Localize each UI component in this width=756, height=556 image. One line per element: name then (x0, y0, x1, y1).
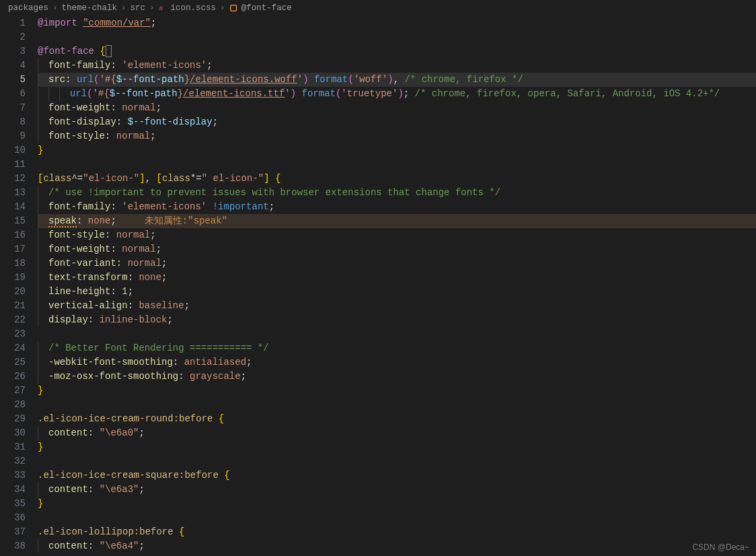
chevron-right-icon: › (52, 3, 58, 13)
code-line[interactable]: font-display: $--font-display; (38, 115, 756, 129)
text-cursor (106, 45, 112, 57)
line-number[interactable]: 35 (0, 497, 26, 511)
code-line[interactable]: font-family: 'element-icons' !important; (38, 200, 756, 214)
line-number[interactable]: 34 (0, 483, 26, 497)
code-line[interactable]: /* Better Font Rendering =========== */ (38, 341, 756, 355)
code-line[interactable]: speak: none; 未知属性:"speak" (38, 214, 756, 228)
code-line[interactable] (38, 327, 756, 341)
code-line[interactable]: /* use !important to prevent issues with… (38, 186, 756, 200)
code-line[interactable]: @font-face { (38, 44, 756, 59)
line-number[interactable]: 17 (0, 242, 26, 256)
code-line[interactable]: url('#{$--font-path}/element-icons.ttf')… (38, 87, 756, 101)
line-number[interactable]: 2 (0, 30, 26, 44)
code-line[interactable]: vertical-align: baseline; (38, 299, 756, 313)
line-number[interactable]: 36 (0, 511, 26, 525)
line-number-gutter[interactable]: 1234567891011121314151617181920212223242… (0, 16, 38, 556)
line-number[interactable]: 38 (0, 539, 26, 553)
breadcrumb-item-symbol[interactable]: @font-face (229, 3, 292, 13)
code-line[interactable] (38, 511, 756, 525)
line-number[interactable]: 6 (0, 87, 26, 101)
line-number[interactable]: 15 (0, 214, 26, 228)
line-number[interactable]: 33 (0, 468, 26, 483)
code-line[interactable]: } (38, 384, 756, 398)
line-number[interactable]: 21 (0, 299, 26, 313)
line-number[interactable]: 13 (0, 186, 26, 200)
code-line[interactable]: text-transform: none; (38, 271, 756, 285)
line-number[interactable]: 9 (0, 129, 26, 143)
chevron-right-icon: › (149, 3, 155, 13)
line-number[interactable]: 31 (0, 440, 26, 454)
line-number[interactable]: 30 (0, 426, 26, 440)
code-line[interactable] (38, 454, 756, 468)
line-number[interactable]: 10 (0, 143, 26, 158)
code-line[interactable]: font-style: normal; (38, 228, 756, 242)
line-number[interactable]: 24 (0, 341, 26, 355)
watermark: CSDN @Deca~ (692, 543, 749, 552)
code-line[interactable]: display: inline-block; (38, 313, 756, 327)
code-line[interactable]: font-variant: normal; (38, 256, 756, 271)
code-line[interactable]: content: "\e6a0"; (38, 426, 756, 440)
code-line[interactable] (38, 158, 756, 172)
line-number[interactable]: 4 (0, 59, 26, 73)
line-number[interactable]: 14 (0, 200, 26, 214)
line-number[interactable]: 32 (0, 454, 26, 468)
line-number[interactable]: 5 (0, 73, 26, 87)
line-number[interactable]: 3 (0, 44, 26, 59)
code-line[interactable]: } (38, 143, 756, 158)
breadcrumb-item[interactable]: packages (8, 3, 48, 13)
code-editor[interactable]: 1234567891011121314151617181920212223242… (0, 16, 756, 556)
scss-file-icon: # (159, 3, 168, 13)
line-number[interactable]: 18 (0, 256, 26, 271)
breadcrumb-item[interactable]: src (130, 3, 146, 13)
code-line[interactable]: content: "\e6a3"; (38, 483, 756, 497)
line-number[interactable]: 27 (0, 384, 26, 398)
code-line[interactable]: line-height: 1; (38, 285, 756, 299)
code-line[interactable]: [class^="el-icon-"], [class*=" el-icon-"… (38, 172, 756, 186)
chevron-right-icon: › (121, 3, 126, 13)
line-number[interactable]: 11 (0, 158, 26, 172)
code-line[interactable]: font-family: 'element-icons'; (38, 59, 756, 73)
line-number[interactable]: 7 (0, 101, 26, 115)
line-number[interactable]: 16 (0, 228, 26, 242)
code-line[interactable]: content: "\e6a4"; (38, 539, 756, 553)
code-line[interactable]: -webkit-font-smoothing: antialiased; (38, 355, 756, 370)
code-line[interactable]: .el-icon-ice-cream-square:before { (38, 468, 756, 483)
code-area[interactable]: @import "common/var";@font-face {font-fa… (38, 16, 756, 556)
code-line[interactable] (38, 30, 756, 44)
line-number[interactable]: 8 (0, 115, 26, 129)
chevron-right-icon: › (220, 3, 225, 13)
line-number[interactable]: 23 (0, 327, 26, 341)
code-line[interactable]: font-weight: normal; (38, 101, 756, 115)
line-number[interactable]: 1 (0, 16, 26, 30)
line-number[interactable]: 25 (0, 355, 26, 370)
code-line[interactable]: } (38, 497, 756, 511)
line-number[interactable]: 37 (0, 525, 26, 539)
code-line[interactable]: } (38, 440, 756, 454)
code-line[interactable]: @import "common/var"; (38, 16, 756, 30)
line-number[interactable]: 29 (0, 412, 26, 426)
code-line[interactable]: font-style: normal; (38, 129, 756, 143)
code-line[interactable]: .el-icon-lollipop:before { (38, 525, 756, 539)
code-line[interactable]: font-weight: normal; (38, 242, 756, 256)
breadcrumb-item-file[interactable]: # icon.scss (159, 3, 217, 13)
svg-rect-1 (230, 5, 236, 11)
breadcrumb-item[interactable]: theme-chalk (62, 3, 118, 13)
line-number[interactable]: 26 (0, 370, 26, 384)
line-number[interactable]: 28 (0, 398, 26, 412)
code-line[interactable]: -moz-osx-font-smoothing: grayscale; (38, 370, 756, 384)
line-number[interactable]: 22 (0, 313, 26, 327)
symbol-icon (229, 3, 239, 13)
code-line[interactable]: src: url('#{$--font-path}/element-icons.… (38, 73, 756, 87)
code-line[interactable] (38, 398, 756, 412)
line-number[interactable]: 19 (0, 271, 26, 285)
line-number[interactable]: 20 (0, 285, 26, 299)
breadcrumb[interactable]: packages › theme-chalk › src › # icon.sc… (0, 0, 756, 16)
code-line[interactable]: .el-icon-ice-cream-round:before { (38, 412, 756, 426)
svg-text:#: # (159, 5, 163, 13)
line-number[interactable]: 12 (0, 172, 26, 186)
